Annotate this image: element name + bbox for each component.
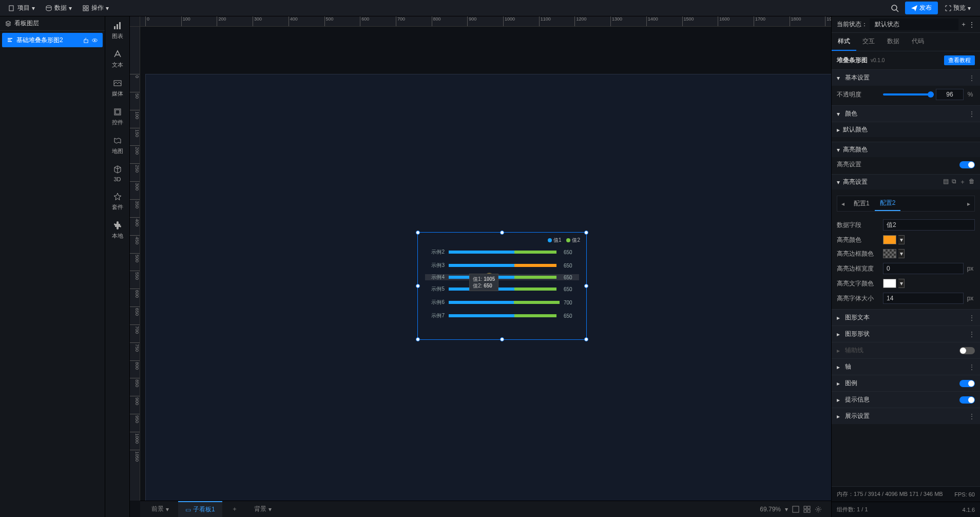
tab-style[interactable]: 样式 <box>832 33 856 51</box>
tab-code[interactable]: 代码 <box>906 33 930 51</box>
widget-chart[interactable]: 图表 <box>112 21 123 40</box>
cfg-tab-1[interactable]: 配置1 <box>849 197 875 210</box>
layer-item[interactable]: 基础堆叠条形图2 <box>2 33 103 47</box>
bar-series2 <box>514 314 557 317</box>
widget-local[interactable]: 本地 <box>112 220 123 240</box>
tab-add[interactable]: ＋ <box>224 502 245 516</box>
resize-handle-w[interactable] <box>416 284 420 288</box>
bordercolor-swatch[interactable] <box>883 249 896 258</box>
borderw-label: 高亮边框宽度 <box>837 264 879 273</box>
sub-highlight-settings[interactable]: ▾ 高亮设置 ▤ ⧉ ＋ 🗑 <box>832 175 980 189</box>
section-tooltip[interactable]: ▸提示信息 <box>832 392 980 408</box>
menu-ops-label: 操作 <box>91 4 104 12</box>
unlock-icon[interactable] <box>83 37 89 43</box>
widget-media[interactable]: 媒体 <box>112 78 123 98</box>
resize-handle-ne[interactable] <box>584 231 588 235</box>
fontsize-input[interactable]: 14 <box>883 293 964 304</box>
plus-icon[interactable]: ＋ <box>959 178 966 186</box>
search-button[interactable] <box>887 2 903 14</box>
cfg-tab-2[interactable]: 配置2 <box>875 196 901 211</box>
section-legend[interactable]: ▸图例 <box>832 375 980 391</box>
field-input[interactable]: 值2 <box>883 219 975 231</box>
section-basic-head[interactable]: ▾基本设置⋮ <box>832 70 980 86</box>
tab-foreground[interactable]: 前景▾ <box>144 502 176 516</box>
hlcolor-swatch[interactable] <box>883 235 896 244</box>
tab-subboard[interactable]: ▭子看板1 <box>178 501 222 517</box>
textcolor-swatch[interactable] <box>883 279 896 288</box>
grid-toggle-icon[interactable] <box>803 506 811 513</box>
cfg-prev[interactable]: ◂ <box>837 198 849 209</box>
more-icon[interactable]: ⋮ <box>969 413 975 420</box>
textcolor-dd[interactable]: ▾ <box>898 279 905 288</box>
more-icon[interactable]: ⋮ <box>969 331 975 338</box>
resize-handle-sw[interactable] <box>416 337 420 341</box>
bordercolor-dd[interactable]: ▾ <box>898 249 905 258</box>
fit-icon[interactable] <box>792 506 799 513</box>
opacity-slider[interactable] <box>883 93 934 95</box>
section-color-head[interactable]: ▾颜色⋮ <box>832 106 980 122</box>
chevron-right-icon: ▸ <box>837 314 842 321</box>
borderw-input[interactable]: 0 <box>883 263 964 274</box>
eye-icon[interactable] <box>92 37 98 43</box>
trash-icon[interactable]: 🗑 <box>969 178 975 186</box>
section-graphshape[interactable]: ▸图形形状⋮ <box>832 326 980 342</box>
tooltip-toggle[interactable] <box>959 396 975 404</box>
more-icon[interactable]: ⋮ <box>969 110 975 118</box>
component-title: 堆叠条形图 <box>837 56 868 65</box>
resize-handle-se[interactable] <box>584 337 588 341</box>
more-icon[interactable]: ⋮ <box>969 74 975 82</box>
settings-icon[interactable] <box>815 506 822 513</box>
list-icon[interactable]: ▤ <box>943 178 949 186</box>
widget-chart-label: 图表 <box>112 32 123 40</box>
chevron-down-icon[interactable]: ▾ <box>785 506 788 513</box>
opacity-value[interactable]: 96 <box>936 89 964 100</box>
widget-map[interactable]: 地图 <box>112 136 123 155</box>
resize-handle-nw[interactable] <box>416 231 420 235</box>
more-icon[interactable]: ⋮ <box>969 314 975 321</box>
bar-series2 <box>514 301 560 304</box>
tutorial-button[interactable]: 查看教程 <box>944 55 975 65</box>
preview-button[interactable]: 预览 ▾ <box>940 2 976 14</box>
legend-toggle[interactable] <box>959 380 975 387</box>
more-icon[interactable]: ⋮ <box>969 363 975 371</box>
section-guides[interactable]: ▸辅助线 <box>832 342 980 358</box>
more-icon[interactable]: ⋮ <box>969 21 975 28</box>
tooltip: 值1: 1005 值2: 650 <box>469 274 498 291</box>
resize-handle-s[interactable] <box>500 337 504 341</box>
widget-text[interactable]: 文本 <box>112 49 123 69</box>
tab-data[interactable]: 数据 <box>881 33 906 51</box>
cfg-next[interactable]: ▸ <box>963 198 974 209</box>
sub-default-color[interactable]: ▸默认颜色 <box>832 122 980 137</box>
section-display[interactable]: ▸展示设置⋮ <box>832 408 980 424</box>
menu-ops[interactable]: 操作 ▾ <box>78 2 113 14</box>
hl-switch-toggle[interactable] <box>959 161 975 168</box>
stage[interactable]: 值1 值2 示例2650示例3650示例4650示例5650示例6700示例76… <box>140 27 831 501</box>
state-name[interactable]: 默认状态 <box>870 18 958 30</box>
tab-background[interactable]: 背景▾ <box>247 502 279 516</box>
widget-suite[interactable]: 套件 <box>112 192 123 211</box>
row-label: 示例3 <box>426 262 445 269</box>
resize-handle-e[interactable] <box>584 284 588 288</box>
add-state-button[interactable]: ＋ <box>960 20 967 29</box>
section-graphtext[interactable]: ▸图形文本⋮ <box>832 310 980 325</box>
menu-data[interactable]: 数据 ▾ <box>41 2 76 14</box>
copy-icon[interactable]: ⧉ <box>952 178 956 186</box>
svg-rect-23 <box>804 510 806 512</box>
widget-3d[interactable]: 3D <box>112 164 123 182</box>
menubar: 项目 ▾ 数据 ▾ 操作 ▾ 发布 预览 ▾ <box>0 0 980 16</box>
canvas[interactable]: 0100200300400500600700800900100011001200… <box>130 16 831 517</box>
selected-component[interactable]: 值1 值2 示例2650示例3650示例4650示例5650示例6700示例76… <box>417 232 587 340</box>
chevron-down-icon: ▾ <box>837 146 840 154</box>
guides-toggle[interactable] <box>959 347 975 354</box>
sub-highlight-color[interactable]: ▾高亮颜色 <box>832 142 980 157</box>
section-axis[interactable]: ▸轴⋮ <box>832 359 980 375</box>
hlcolor-dd[interactable]: ▾ <box>898 235 905 244</box>
tooltip-k2: 值2: <box>473 283 482 289</box>
menu-project[interactable]: 项目 ▾ <box>4 2 39 14</box>
svg-rect-15 <box>117 24 118 29</box>
resize-handle-n[interactable] <box>500 231 504 235</box>
tab-interact[interactable]: 交互 <box>856 33 881 51</box>
publish-button[interactable]: 发布 <box>905 2 938 14</box>
widget-suite-label: 套件 <box>112 203 123 211</box>
widget-control[interactable]: 控件 <box>112 107 123 126</box>
